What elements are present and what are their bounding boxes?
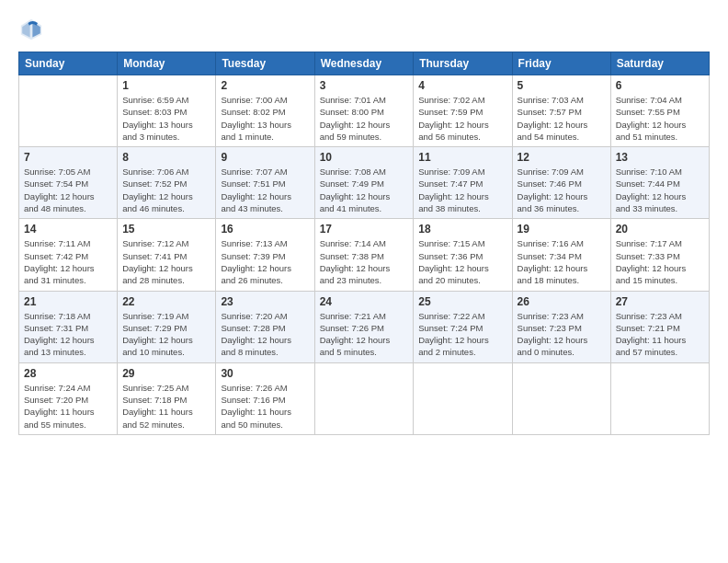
calendar-cell: 15Sunrise: 7:12 AMSunset: 7:41 PMDayligh… <box>118 219 216 291</box>
calendar-cell: 8Sunrise: 7:06 AMSunset: 7:52 PMDaylight… <box>118 147 216 219</box>
calendar-week-row: 7Sunrise: 7:05 AMSunset: 7:54 PMDaylight… <box>19 147 710 219</box>
calendar-cell: 12Sunrise: 7:09 AMSunset: 7:46 PMDayligh… <box>512 147 610 219</box>
day-info: Sunrise: 7:13 AMSunset: 7:39 PMDaylight:… <box>221 237 309 286</box>
day-number: 23 <box>221 295 309 308</box>
calendar-cell: 25Sunrise: 7:22 AMSunset: 7:24 PMDayligh… <box>414 291 512 362</box>
calendar-week-row: 21Sunrise: 7:18 AMSunset: 7:31 PMDayligh… <box>19 291 710 362</box>
calendar-cell: 30Sunrise: 7:26 AMSunset: 7:16 PMDayligh… <box>216 362 314 434</box>
day-info: Sunrise: 7:23 AMSunset: 7:23 PMDaylight:… <box>518 310 606 359</box>
calendar-cell: 28Sunrise: 7:24 AMSunset: 7:20 PMDayligh… <box>19 362 118 434</box>
calendar-cell <box>512 362 610 434</box>
day-number: 2 <box>221 79 309 92</box>
day-info: Sunrise: 7:10 AMSunset: 7:44 PMDaylight:… <box>616 166 704 214</box>
calendar-header-row: SundayMondayTuesdayWednesdayThursdayFrid… <box>19 52 710 75</box>
day-number: 10 <box>320 151 409 164</box>
day-info: Sunrise: 7:26 AMSunset: 7:16 PMDaylight:… <box>221 382 309 431</box>
day-of-week-header: Tuesday <box>216 52 314 75</box>
day-number: 17 <box>320 223 409 236</box>
day-info: Sunrise: 7:24 AMSunset: 7:20 PMDaylight:… <box>24 382 112 431</box>
day-info: Sunrise: 7:19 AMSunset: 7:29 PMDaylight:… <box>122 310 210 359</box>
day-info: Sunrise: 7:02 AMSunset: 7:59 PMDaylight:… <box>418 94 506 143</box>
day-info: Sunrise: 7:17 AMSunset: 7:33 PMDaylight:… <box>616 237 704 286</box>
day-of-week-header: Monday <box>118 52 216 75</box>
day-info: Sunrise: 7:07 AMSunset: 7:51 PMDaylight:… <box>221 166 309 214</box>
day-of-week-header: Sunday <box>19 52 118 75</box>
day-info: Sunrise: 7:22 AMSunset: 7:24 PMDaylight:… <box>418 310 506 359</box>
calendar-cell: 14Sunrise: 7:11 AMSunset: 7:42 PMDayligh… <box>19 219 118 291</box>
calendar-cell: 20Sunrise: 7:17 AMSunset: 7:33 PMDayligh… <box>610 219 709 291</box>
day-number: 19 <box>518 223 606 236</box>
day-number: 4 <box>418 79 506 92</box>
day-info: Sunrise: 7:06 AMSunset: 7:52 PMDaylight:… <box>122 166 210 214</box>
day-info: Sunrise: 7:03 AMSunset: 7:57 PMDaylight:… <box>518 94 606 143</box>
calendar-cell: 4Sunrise: 7:02 AMSunset: 7:59 PMDaylight… <box>414 75 512 147</box>
calendar-cell <box>414 362 512 434</box>
calendar-cell <box>314 362 414 434</box>
calendar-cell: 6Sunrise: 7:04 AMSunset: 7:55 PMDaylight… <box>610 75 709 147</box>
day-number: 1 <box>122 79 210 92</box>
day-info: Sunrise: 7:00 AMSunset: 8:02 PMDaylight:… <box>221 94 309 143</box>
calendar: SundayMondayTuesdayWednesdayThursdayFrid… <box>18 52 710 435</box>
calendar-week-row: 1Sunrise: 6:59 AMSunset: 8:03 PMDaylight… <box>19 75 710 147</box>
day-number: 27 <box>616 295 704 308</box>
day-number: 21 <box>24 295 112 308</box>
day-of-week-header: Wednesday <box>314 52 414 75</box>
day-info: Sunrise: 7:25 AMSunset: 7:18 PMDaylight:… <box>122 382 210 431</box>
day-number: 20 <box>616 223 704 236</box>
calendar-cell <box>19 75 118 147</box>
day-info: Sunrise: 7:20 AMSunset: 7:28 PMDaylight:… <box>221 310 309 359</box>
day-info: Sunrise: 7:01 AMSunset: 8:00 PMDaylight:… <box>320 94 409 143</box>
day-info: Sunrise: 7:08 AMSunset: 7:49 PMDaylight:… <box>320 166 409 214</box>
calendar-cell: 5Sunrise: 7:03 AMSunset: 7:57 PMDaylight… <box>512 75 610 147</box>
day-number: 14 <box>24 223 112 236</box>
calendar-cell: 13Sunrise: 7:10 AMSunset: 7:44 PMDayligh… <box>610 147 709 219</box>
day-number: 24 <box>320 295 409 308</box>
calendar-cell: 22Sunrise: 7:19 AMSunset: 7:29 PMDayligh… <box>118 291 216 362</box>
day-number: 22 <box>122 295 210 308</box>
calendar-cell: 2Sunrise: 7:00 AMSunset: 8:02 PMDaylight… <box>216 75 314 147</box>
day-info: Sunrise: 7:04 AMSunset: 7:55 PMDaylight:… <box>616 94 704 143</box>
day-number: 5 <box>518 79 606 92</box>
calendar-cell: 16Sunrise: 7:13 AMSunset: 7:39 PMDayligh… <box>216 219 314 291</box>
day-number: 3 <box>320 79 409 92</box>
day-number: 13 <box>616 151 704 164</box>
calendar-cell: 29Sunrise: 7:25 AMSunset: 7:18 PMDayligh… <box>118 362 216 434</box>
day-of-week-header: Saturday <box>610 52 709 75</box>
day-number: 6 <box>616 79 704 92</box>
day-info: Sunrise: 7:21 AMSunset: 7:26 PMDaylight:… <box>320 310 409 359</box>
day-number: 28 <box>24 367 112 380</box>
calendar-cell: 23Sunrise: 7:20 AMSunset: 7:28 PMDayligh… <box>216 291 314 362</box>
day-info: Sunrise: 7:18 AMSunset: 7:31 PMDaylight:… <box>24 310 112 359</box>
day-number: 18 <box>418 223 506 236</box>
day-info: Sunrise: 7:09 AMSunset: 7:47 PMDaylight:… <box>418 166 506 214</box>
day-number: 15 <box>122 223 210 236</box>
day-of-week-header: Friday <box>512 52 610 75</box>
day-info: Sunrise: 7:23 AMSunset: 7:21 PMDaylight:… <box>616 310 704 359</box>
day-number: 29 <box>122 367 210 380</box>
day-number: 16 <box>221 223 309 236</box>
day-number: 25 <box>418 295 506 308</box>
calendar-cell: 26Sunrise: 7:23 AMSunset: 7:23 PMDayligh… <box>512 291 610 362</box>
calendar-cell: 11Sunrise: 7:09 AMSunset: 7:47 PMDayligh… <box>414 147 512 219</box>
calendar-cell: 21Sunrise: 7:18 AMSunset: 7:31 PMDayligh… <box>19 291 118 362</box>
day-number: 11 <box>418 151 506 164</box>
calendar-cell: 10Sunrise: 7:08 AMSunset: 7:49 PMDayligh… <box>314 147 414 219</box>
calendar-week-row: 28Sunrise: 7:24 AMSunset: 7:20 PMDayligh… <box>19 362 710 434</box>
day-info: Sunrise: 7:12 AMSunset: 7:41 PMDaylight:… <box>122 237 210 286</box>
day-info: Sunrise: 6:59 AMSunset: 8:03 PMDaylight:… <box>122 94 210 143</box>
day-number: 8 <box>122 151 210 164</box>
day-info: Sunrise: 7:16 AMSunset: 7:34 PMDaylight:… <box>518 237 606 286</box>
calendar-cell: 27Sunrise: 7:23 AMSunset: 7:21 PMDayligh… <box>610 291 709 362</box>
day-number: 7 <box>24 151 112 164</box>
day-of-week-header: Thursday <box>414 52 512 75</box>
day-info: Sunrise: 7:05 AMSunset: 7:54 PMDaylight:… <box>24 166 112 214</box>
page: SundayMondayTuesdayWednesdayThursdayFrid… <box>0 0 728 563</box>
day-number: 12 <box>518 151 606 164</box>
logo <box>18 17 48 42</box>
calendar-cell: 9Sunrise: 7:07 AMSunset: 7:51 PMDaylight… <box>216 147 314 219</box>
day-info: Sunrise: 7:14 AMSunset: 7:38 PMDaylight:… <box>320 237 409 286</box>
calendar-cell: 19Sunrise: 7:16 AMSunset: 7:34 PMDayligh… <box>512 219 610 291</box>
day-info: Sunrise: 7:09 AMSunset: 7:46 PMDaylight:… <box>518 166 606 214</box>
calendar-cell: 17Sunrise: 7:14 AMSunset: 7:38 PMDayligh… <box>314 219 414 291</box>
calendar-cell: 7Sunrise: 7:05 AMSunset: 7:54 PMDaylight… <box>19 147 118 219</box>
